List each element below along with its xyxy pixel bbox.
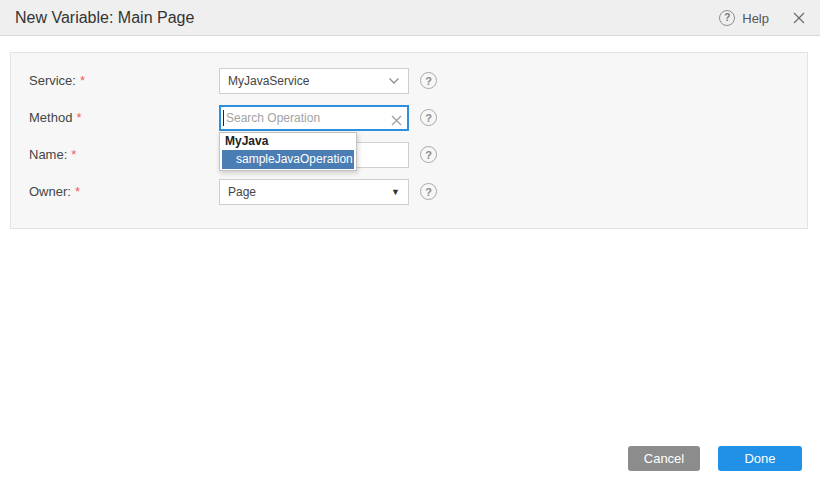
name-label: Name:* <box>29 142 76 168</box>
dropdown-item-selected[interactable]: sampleJavaOperation <box>222 150 354 169</box>
clear-icon[interactable] <box>391 112 402 123</box>
owner-select-value: Page <box>228 185 256 199</box>
method-search-input[interactable] <box>219 105 409 131</box>
form-panel: Service:* MyJavaService ? Method* ? Nam <box>10 52 808 229</box>
help-icon[interactable]: ? <box>719 10 735 26</box>
owner-field-wrap: Page ▼ <box>219 179 409 205</box>
dropdown-group-header: MyJava <box>220 133 356 150</box>
service-dropdown[interactable]: MyJavaService <box>219 68 409 94</box>
service-field-wrap: MyJavaService <box>219 68 409 94</box>
name-help-icon[interactable]: ? <box>420 146 437 163</box>
service-label-text: Service: <box>29 73 76 88</box>
owner-required-asterisk: * <box>75 184 80 199</box>
method-search-dropdown: MyJava sampleJavaOperation <box>219 132 357 171</box>
name-required-asterisk: * <box>71 147 76 162</box>
method-label: Method* <box>29 105 81 131</box>
name-label-text: Name: <box>29 147 67 162</box>
owner-label-text: Owner: <box>29 184 71 199</box>
service-required-asterisk: * <box>80 73 85 88</box>
owner-select[interactable]: Page ▼ <box>219 179 409 205</box>
dialog-title: New Variable: Main Page <box>15 9 194 27</box>
header-actions: ? Help <box>719 0 806 36</box>
dialog-header: New Variable: Main Page ? Help <box>0 0 820 36</box>
done-button[interactable]: Done <box>718 446 802 471</box>
help-link[interactable]: Help <box>742 11 769 26</box>
service-label: Service:* <box>29 68 85 94</box>
method-help-icon[interactable]: ? <box>420 109 437 126</box>
owner-label: Owner:* <box>29 179 80 205</box>
service-help-icon[interactable]: ? <box>420 72 437 89</box>
cancel-button[interactable]: Cancel <box>628 446 700 471</box>
service-dropdown-value: MyJavaService <box>228 74 309 88</box>
select-arrow-icon: ▼ <box>391 187 400 197</box>
method-field-wrap <box>219 105 409 131</box>
chevron-down-icon <box>388 77 400 85</box>
owner-help-icon[interactable]: ? <box>420 183 437 200</box>
method-required-asterisk: * <box>76 110 81 125</box>
close-icon[interactable] <box>792 11 806 25</box>
text-cursor <box>223 110 224 126</box>
method-label-text: Method <box>29 110 72 125</box>
